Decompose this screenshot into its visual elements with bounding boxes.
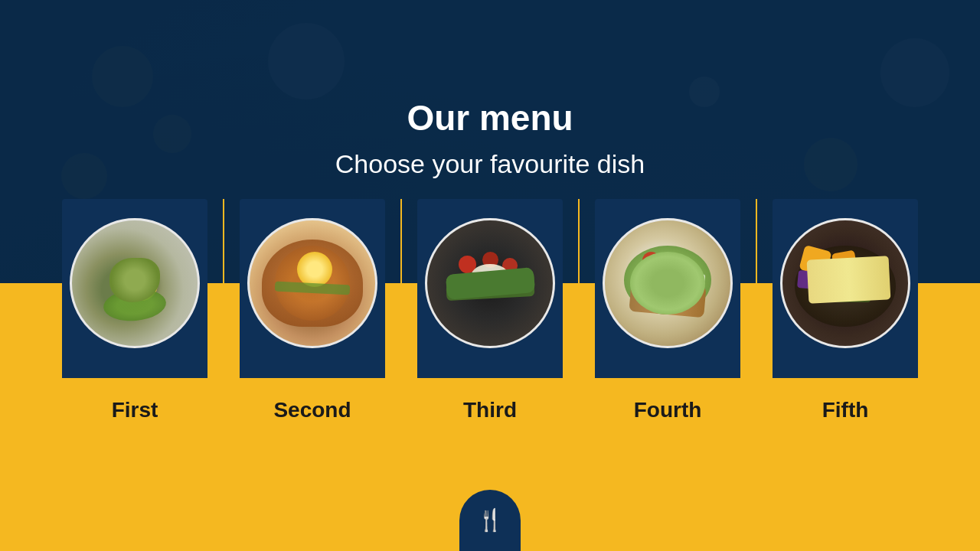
dish-image-wrapper-fourth [595,199,740,383]
dish-card-first[interactable]: First [47,199,223,422]
bottom-logo: 🍴 [459,490,521,551]
page-title: Our menu [407,97,573,139]
dish-image-wrapper-third [417,199,563,383]
logo-badge: 🍴 [459,490,521,551]
dish-image-wrapper-first [62,199,207,383]
dish-image-wrapper-fifth [773,199,918,383]
dish-label-fifth: Fifth [822,398,869,422]
separator-2 [400,199,402,383]
dish-label-fourth: Fourth [634,398,702,422]
separator-1 [223,199,224,383]
dish-label-first: First [112,398,158,422]
dish-label-second: Second [273,398,351,422]
dish-image-fifth [780,218,910,348]
separator-4 [756,199,757,383]
page-subtitle: Choose your favourite dish [335,149,645,179]
dish-label-third: Third [463,398,517,422]
dish-card-fourth[interactable]: Fourth [580,199,756,422]
dish-image-second [247,218,377,348]
separator-3 [578,199,580,383]
dish-image-fourth [603,218,733,348]
dish-card-third[interactable]: Third [402,199,578,422]
cards-container: First Second [0,199,980,422]
dish-image-third [425,218,555,348]
dish-image-first [70,218,200,348]
dish-card-fifth[interactable]: Fifth [757,199,933,422]
dish-image-wrapper-second [240,199,385,383]
fork-knife-icon: 🍴 [477,510,504,531]
dish-card-second[interactable]: Second [224,199,400,422]
